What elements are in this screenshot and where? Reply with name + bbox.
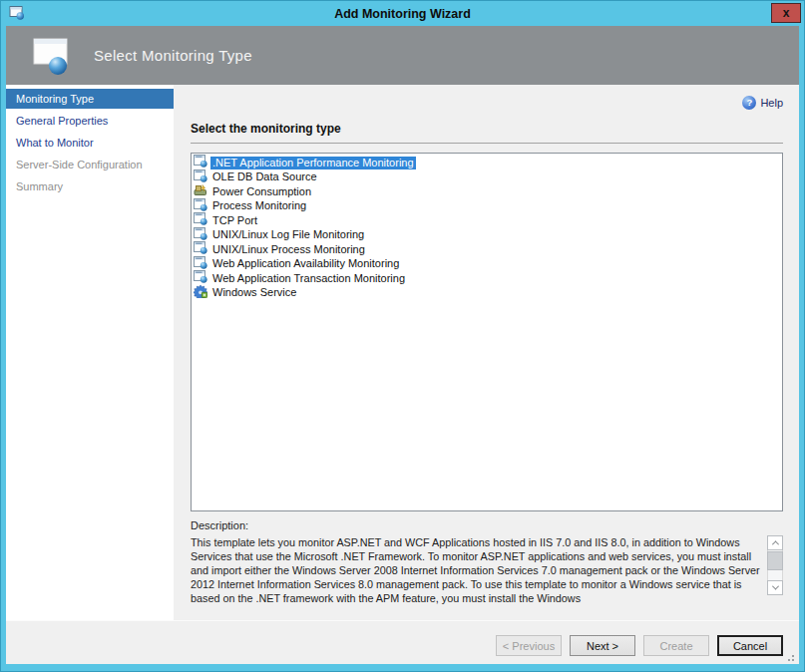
section-heading: Select the monitoring type	[191, 122, 783, 144]
help-icon	[742, 96, 756, 110]
list-item-windows-service[interactable]: Windows Service	[194, 286, 780, 301]
scrollbar-track[interactable]	[767, 550, 783, 580]
description-label: Description:	[191, 519, 783, 531]
monitoring-type-list: .NET Application Performance MonitoringO…	[191, 153, 783, 511]
list-item-label: OLE DB Data Source	[210, 170, 319, 183]
list-item-label: Process Monitoring	[210, 199, 308, 212]
title-bar: Add Monitoring Wizard x	[1, 1, 804, 26]
help-button[interactable]: Help	[742, 96, 783, 110]
scroll-down-button[interactable]	[767, 580, 783, 595]
wizard-page-icon	[32, 35, 74, 77]
scroll-up-button[interactable]	[767, 535, 783, 550]
windows-service-icon	[194, 284, 210, 302]
sidebar-item-server-side-configuration: Server-Side Configuration	[6, 155, 174, 174]
list-item-unix-linux-log-file-monitoring[interactable]: UNIX/Linux Log File Monitoring	[194, 228, 780, 243]
list-item-label: UNIX/Linux Process Monitoring	[210, 243, 367, 256]
list-item-tcp-port[interactable]: TCP Port	[194, 213, 780, 228]
close-button[interactable]: x	[771, 3, 801, 23]
resize-grip[interactable]	[785, 652, 794, 661]
description-area: This template lets you monitor ASP.NET a…	[191, 535, 783, 605]
list-item-web-application-transaction-monitoring[interactable]: Web Application Transaction Monitoring	[194, 271, 780, 286]
window-title: Add Monitoring Wizard	[1, 7, 804, 21]
cancel-button[interactable]: Cancel	[717, 635, 783, 656]
list-item-process-monitoring[interactable]: Process Monitoring	[194, 199, 780, 214]
app-window-icon[interactable]	[9, 5, 25, 21]
wizard-footer: < PreviousNext >CreateCancel	[6, 620, 799, 664]
list-item-label: UNIX/Linux Log File Monitoring	[210, 228, 366, 241]
list-item-label: Power Consumption	[210, 185, 313, 198]
sidebar-item-what-to-monitor[interactable]: What to Monitor	[6, 133, 174, 153]
sidebar-item-monitoring-type[interactable]: Monitoring Type	[6, 89, 174, 109]
list-item-power-consumption[interactable]: Power Consumption	[194, 184, 780, 199]
wizard-steps: Monitoring TypeGeneral PropertiesWhat to…	[6, 85, 174, 620]
help-label: Help	[760, 97, 783, 109]
list-item-unix-linux-process-monitoring[interactable]: UNIX/Linux Process Monitoring	[194, 242, 780, 257]
list-item-label: TCP Port	[210, 214, 259, 227]
create-button[interactable]: Create	[643, 635, 709, 656]
list-item-net-application-performance-monitoring[interactable]: .NET Application Performance Monitoring	[194, 156, 780, 170]
list-item-label: Web Application Transaction Monitoring	[210, 272, 407, 285]
description-text: This template lets you monitor ASP.NET a…	[191, 535, 767, 605]
add-monitoring-wizard-window: Add Monitoring Wizard x Select Monitorin…	[0, 0, 805, 672]
list-item-label: Windows Service	[210, 286, 298, 299]
page-title: Select Monitoring Type	[94, 47, 252, 64]
scrollbar-thumb[interactable]	[767, 551, 783, 570]
wizard-frame: Select Monitoring Type Monitoring TypeGe…	[6, 26, 799, 664]
list-item-web-application-availability-monitoring[interactable]: Web Application Availability Monitoring	[194, 257, 780, 272]
help-row: Help	[191, 95, 783, 110]
next-button[interactable]: Next >	[570, 635, 635, 656]
wizard-body: Monitoring TypeGeneral PropertiesWhat to…	[6, 85, 799, 620]
wizard-header: Select Monitoring Type	[6, 26, 799, 85]
previous-button[interactable]: < Previous	[496, 635, 562, 656]
chevron-up-icon	[771, 540, 778, 547]
sidebar-item-summary: Summary	[6, 176, 174, 196]
list-item-label: Web Application Availability Monitoring	[210, 257, 401, 270]
list-item-label: .NET Application Performance Monitoring	[210, 157, 416, 169]
chevron-down-icon	[771, 583, 778, 590]
description-scrollbar	[767, 535, 783, 595]
sidebar-item-general-properties[interactable]: General Properties	[6, 111, 174, 131]
wizard-content: Help Select the monitoring type .NET App…	[174, 85, 799, 620]
list-item-ole-db-data-source[interactable]: OLE DB Data Source	[194, 170, 780, 185]
